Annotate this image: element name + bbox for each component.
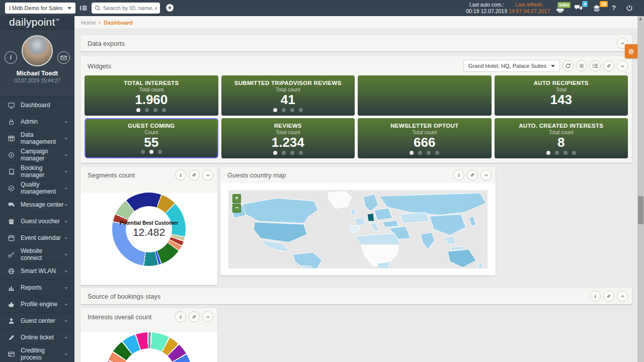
- bookings-collapse-button[interactable]: [617, 291, 628, 302]
- sidebar-item-online-ticket[interactable]: Online ticket: [0, 329, 74, 346]
- pager-dot[interactable]: [145, 108, 149, 112]
- info-icon: i: [458, 172, 459, 178]
- pager-dot[interactable]: [572, 151, 576, 155]
- map-info-button[interactable]: i: [453, 169, 464, 180]
- world-map[interactable]: + −: [228, 190, 488, 268]
- pager-dot[interactable]: [290, 108, 294, 112]
- segments-donut-chart[interactable]: Potential Best Customer 12.482: [112, 193, 186, 266]
- segments-expand-button[interactable]: [189, 169, 200, 180]
- sidebar-toggle-icon[interactable]: [79, 4, 88, 12]
- widget-tile-guest-coming[interactable]: GUEST COMINGCount55: [85, 118, 218, 158]
- widget-tile-auto-recipients[interactable]: AUTO RECIPIENTSTotal143: [495, 75, 628, 116]
- add-profile-button[interactable]: [166, 4, 174, 12]
- sidebar-item-admin[interactable]: Admin: [0, 114, 74, 130]
- gear-icon: [628, 48, 634, 55]
- map-zoom-out-button[interactable]: −: [232, 204, 241, 213]
- list-icon: [592, 63, 598, 69]
- hotel-selector-dropdown[interactable]: Grand Hotel, HQ, Palace Suites: [463, 60, 560, 72]
- help-button[interactable]: ?: [612, 4, 616, 12]
- widget-tile-empty[interactable]: [358, 75, 492, 116]
- org-selector-dropdown[interactable]: I Mdb Demo for Sales: [5, 3, 75, 14]
- pager-dot[interactable]: [273, 151, 277, 155]
- pager-dot[interactable]: [282, 108, 286, 112]
- map-collapse-button[interactable]: [480, 169, 492, 180]
- pager-dot[interactable]: [299, 151, 303, 155]
- pager-dot[interactable]: [162, 108, 166, 112]
- sidebar-item-data-management[interactable]: Data management: [0, 130, 74, 147]
- globe-icon: [8, 267, 15, 275]
- pager-dot[interactable]: [136, 108, 140, 112]
- sidebar-item-label: Data management: [21, 131, 64, 145]
- segments-info-button[interactable]: i: [175, 169, 186, 180]
- widget-tile-reviews[interactable]: REVIEWSTotal count1.234: [221, 118, 355, 158]
- page-scrollbar[interactable]: [637, 16, 644, 362]
- pager-dot[interactable]: [158, 150, 162, 154]
- sidebar-item-guest-voucher[interactable]: Guest voucher: [0, 213, 74, 230]
- interests-collapse-button[interactable]: [202, 311, 213, 322]
- messages-button[interactable]: 4: [574, 5, 583, 12]
- widget-tile-total-interests[interactable]: TOTAL INTERESTSTotal count1.960: [85, 75, 218, 116]
- logout-button[interactable]: [626, 5, 633, 12]
- widgets-expand-button[interactable]: [603, 60, 614, 71]
- chevron-down-icon: [64, 136, 68, 141]
- sidebar-item-label: Campaign manager: [21, 148, 64, 162]
- interests-donut-chart[interactable]: Beach: [106, 332, 192, 362]
- tile-pager-dots: [221, 151, 355, 155]
- pager-dot[interactable]: [546, 151, 550, 155]
- map-zoom-in-button[interactable]: +: [232, 194, 241, 203]
- breadcrumb-home[interactable]: Home: [81, 20, 96, 26]
- widgets-settings-button[interactable]: [576, 60, 587, 71]
- chevron-down-icon: [64, 153, 68, 157]
- segments-collapse-button[interactable]: [202, 169, 213, 180]
- interests-info-button[interactable]: i: [175, 311, 186, 322]
- queue-badge: 28: [600, 1, 608, 7]
- pager-dot[interactable]: [282, 151, 286, 155]
- check-circle-icon: [8, 185, 15, 192]
- sidebar-item-smart-wlan[interactable]: Smart WLAN: [0, 263, 74, 280]
- sidebar-item-booking-manager[interactable]: Booking manager: [0, 163, 74, 180]
- pager-dot[interactable]: [153, 108, 157, 112]
- profile-info-button[interactable]: i: [5, 51, 17, 64]
- sidebar-item-message-center[interactable]: Message center: [0, 197, 74, 213]
- widgets-refresh-button[interactable]: [562, 60, 574, 71]
- sidebar-item-dashboard[interactable]: Dashboard: [0, 97, 74, 114]
- search-input[interactable]: [103, 5, 157, 11]
- pager-dot[interactable]: [564, 151, 568, 155]
- pager-dot[interactable]: [299, 108, 303, 112]
- pager-dot[interactable]: [418, 151, 422, 155]
- pager-dot[interactable]: [555, 151, 559, 155]
- bar-chart-icon: [8, 284, 15, 292]
- pager-dot[interactable]: [141, 150, 145, 154]
- profile-mail-button[interactable]: [57, 51, 70, 64]
- sidebar-item-reports[interactable]: Reports: [0, 280, 74, 296]
- widget-tile-newsletter-optout[interactable]: NEWSLETTER OPTOUTTotal count666: [358, 118, 492, 158]
- sidebar-item-guest-center[interactable]: Guest center: [0, 313, 74, 329]
- sidebar-item-campaign-manager[interactable]: Campaign manager: [0, 147, 74, 163]
- scrollbar-up-arrow[interactable]: [639, 18, 642, 20]
- sidebar-item-quality-management[interactable]: Quality management: [0, 180, 74, 197]
- sidebar-item-website-connect[interactable]: Website connect: [0, 246, 74, 263]
- bookings-info-button[interactable]: i: [590, 291, 601, 302]
- pager-dot[interactable]: [273, 108, 277, 112]
- widget-tile-auto-created-interests[interactable]: AUTO. CREATED INTERESTSTotal count8: [495, 118, 628, 158]
- bookings-expand-button[interactable]: [603, 291, 614, 302]
- pager-dot[interactable]: [410, 151, 414, 155]
- pager-dot[interactable]: [427, 151, 431, 155]
- avatar[interactable]: [22, 35, 53, 66]
- print-jobs-button[interactable]: 5484: [556, 6, 565, 13]
- global-search: [92, 3, 160, 14]
- widgets-collapse-button[interactable]: [617, 60, 628, 71]
- sidebar-item-profile-engine[interactable]: Profile engine: [0, 296, 74, 313]
- sidebar-item-event-calendar[interactable]: Event calendar: [0, 230, 74, 246]
- pager-dot[interactable]: [149, 150, 153, 154]
- map-expand-button[interactable]: [467, 169, 478, 180]
- widgets-list-button[interactable]: [590, 60, 601, 71]
- queue-button[interactable]: 28: [593, 5, 601, 12]
- pager-dot[interactable]: [435, 151, 439, 155]
- sidebar-item-crediting-process[interactable]: Crediting process: [0, 346, 74, 362]
- interests-expand-button[interactable]: [189, 311, 200, 322]
- widget-tile-submitted-tripadvisor-reviews[interactable]: SUBMITTED TRIPADVISOR REVIEWSTotal count…: [221, 75, 355, 116]
- pager-dot[interactable]: [290, 151, 294, 155]
- scrollbar-thumb[interactable]: [638, 196, 643, 224]
- dashboard-settings-button[interactable]: [625, 44, 637, 58]
